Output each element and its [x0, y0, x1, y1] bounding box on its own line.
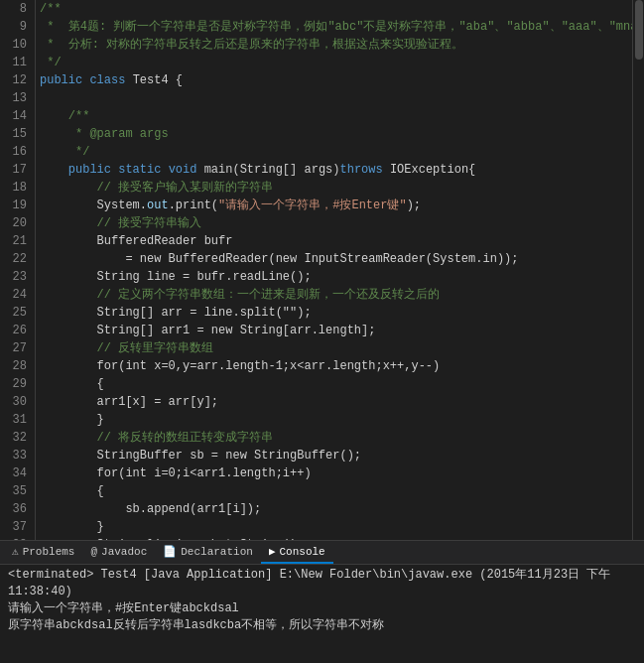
- problems-icon: ⚠: [12, 545, 19, 558]
- code-segment: public: [40, 71, 89, 89]
- line-number: 15: [4, 125, 27, 143]
- code-editor: 8910111213141516171819202122232425262728…: [0, 0, 644, 540]
- code-line: /**: [40, 107, 628, 125]
- line-number: 21: [4, 232, 27, 250]
- line-number: 12: [4, 71, 27, 89]
- console-area: <terminated> Test4 [Java Application] E:…: [0, 564, 644, 663]
- code-segment: }: [40, 518, 104, 536]
- scrollbar-area[interactable]: [632, 0, 644, 540]
- code-line: // 将反转的数组正转变成字符串: [40, 429, 628, 447]
- bottom-tabs: ⚠Problems@Javadoc📄Declaration▶Console: [0, 540, 644, 564]
- code-segment: * 分析: 对称的字符串反转之后还是原来的字符串，根据这点来实现验证程。: [40, 36, 463, 54]
- code-segment: */: [40, 54, 62, 71]
- line-number: 22: [4, 250, 27, 268]
- code-segment: String line1 = sb.toString();: [40, 536, 304, 540]
- code-segment: /**: [40, 107, 89, 125]
- code-segment: public: [40, 161, 118, 179]
- code-segment: BufferedReader bufr: [40, 232, 232, 250]
- console-icon: ▶: [269, 545, 276, 558]
- console-line: 请输入一个字符串，#按Enter键abckdsal: [8, 600, 636, 617]
- line-number: 14: [4, 107, 27, 125]
- line-number: 37: [4, 518, 27, 536]
- line-number: 31: [4, 411, 27, 429]
- code-segment: Test4 {: [133, 71, 183, 89]
- line-number: 34: [4, 464, 27, 482]
- code-line: */: [40, 54, 628, 71]
- code-segment: IOException{: [390, 161, 475, 179]
- line-number: 24: [4, 286, 27, 304]
- code-segment: throws: [339, 161, 389, 179]
- line-number: 13: [4, 89, 27, 107]
- code-segment: /**: [40, 0, 62, 18]
- code-segment: StringBuffer sb = new StringBuffer();: [40, 447, 361, 464]
- console-label: Console: [280, 546, 325, 558]
- code-segment: * @param args: [40, 125, 169, 143]
- line-number: 11: [4, 54, 27, 71]
- line-number: 32: [4, 429, 27, 447]
- line-number: 16: [4, 143, 27, 161]
- line-number: 38: [4, 536, 27, 540]
- code-area: 8910111213141516171819202122232425262728…: [0, 0, 644, 540]
- code-segment: for(int i=0;i<arr1.length;i++): [40, 464, 312, 482]
- code-line: System.out.print("请输入一个字符串，#按Enter键");: [40, 197, 628, 214]
- code-line: // 接受字符串输入: [40, 214, 628, 232]
- code-line: // 反转里字符串数组: [40, 339, 628, 357]
- code-line: = new BufferedReader(new InputStreamRead…: [40, 250, 628, 268]
- code-line: arr1[x] = arr[y];: [40, 393, 628, 411]
- code-segment: "请输入一个字符串，#按Enter键": [218, 197, 407, 214]
- code-segment: = new BufferedReader(new InputStreamRead…: [40, 250, 518, 268]
- code-segment: void: [169, 161, 204, 179]
- code-segment: out: [147, 197, 169, 214]
- code-line: public static void main(String[] args)th…: [40, 161, 628, 179]
- tab-javadoc[interactable]: @Javadoc: [82, 542, 155, 564]
- code-line: for(int i=0;i<arr1.length;i++): [40, 464, 628, 482]
- code-line: }: [40, 518, 628, 536]
- javadoc-icon: @: [90, 546, 97, 558]
- code-line: String line1 = sb.toString();: [40, 536, 628, 540]
- code-segment: );: [407, 197, 421, 214]
- code-line: * 第4题: 判断一个字符串是否是对称字符串，例如"abc"不是对称字符串，"a…: [40, 18, 628, 36]
- scrollbar-thumb[interactable]: [635, 0, 643, 60]
- code-segment: System.: [40, 197, 147, 214]
- problems-label: Problems: [23, 546, 75, 558]
- code-line: String[] arr1 = new String[arr.length];: [40, 322, 628, 339]
- line-number: 35: [4, 482, 27, 500]
- code-segment: * 第4题: 判断一个字符串是否是对称字符串，例如"abc"不是对称字符串，"a…: [40, 18, 632, 36]
- code-line: BufferedReader bufr: [40, 232, 628, 250]
- declaration-label: Declaration: [181, 546, 253, 558]
- line-number: 17: [4, 161, 27, 179]
- code-line: {: [40, 375, 628, 393]
- declaration-icon: 📄: [163, 545, 177, 558]
- code-segment: arr1[x] = arr[y];: [40, 393, 218, 411]
- code-segment: String[] arr = line.split("");: [40, 304, 312, 322]
- code-segment: // 接受字符串输入: [40, 214, 201, 232]
- line-number: 30: [4, 393, 27, 411]
- code-segment: main(String[] args): [204, 161, 340, 179]
- code-line: String line = bufr.readLine();: [40, 268, 628, 286]
- line-number: 10: [4, 36, 27, 54]
- code-segment: class: [89, 71, 132, 89]
- line-numbers: 8910111213141516171819202122232425262728…: [0, 0, 36, 540]
- code-line: StringBuffer sb = new StringBuffer();: [40, 447, 628, 464]
- line-number: 20: [4, 214, 27, 232]
- code-segment: for(int x=0,y=arr.length-1;x<arr.length;…: [40, 357, 440, 375]
- code-content[interactable]: /** * 第4题: 判断一个字符串是否是对称字符串，例如"abc"不是对称字符…: [36, 0, 632, 540]
- tab-problems[interactable]: ⚠Problems: [4, 542, 82, 564]
- code-segment: // 反转里字符串数组: [40, 339, 213, 357]
- javadoc-label: Javadoc: [101, 546, 147, 558]
- code-segment: static: [118, 161, 168, 179]
- line-number: 36: [4, 500, 27, 518]
- code-line: * 分析: 对称的字符串反转之后还是原来的字符串，根据这点来实现验证程。: [40, 36, 628, 54]
- code-line: // 接受客户输入某则新的字符串: [40, 179, 628, 197]
- code-segment: sb.append(arr1[i]);: [40, 500, 261, 518]
- line-number: 29: [4, 375, 27, 393]
- code-segment: // 定义两个字符串数组：一个进来是则新，一个还及反转之后的: [40, 286, 440, 304]
- code-segment: String[] arr1 = new String[arr.length];: [40, 322, 375, 339]
- code-line: */: [40, 143, 628, 161]
- line-number: 8: [4, 0, 27, 18]
- code-line: public class Test4 {: [40, 71, 628, 89]
- code-line: }: [40, 411, 628, 429]
- tab-declaration[interactable]: 📄Declaration: [155, 542, 261, 564]
- code-line: * @param args: [40, 125, 628, 143]
- tab-console[interactable]: ▶Console: [261, 542, 333, 564]
